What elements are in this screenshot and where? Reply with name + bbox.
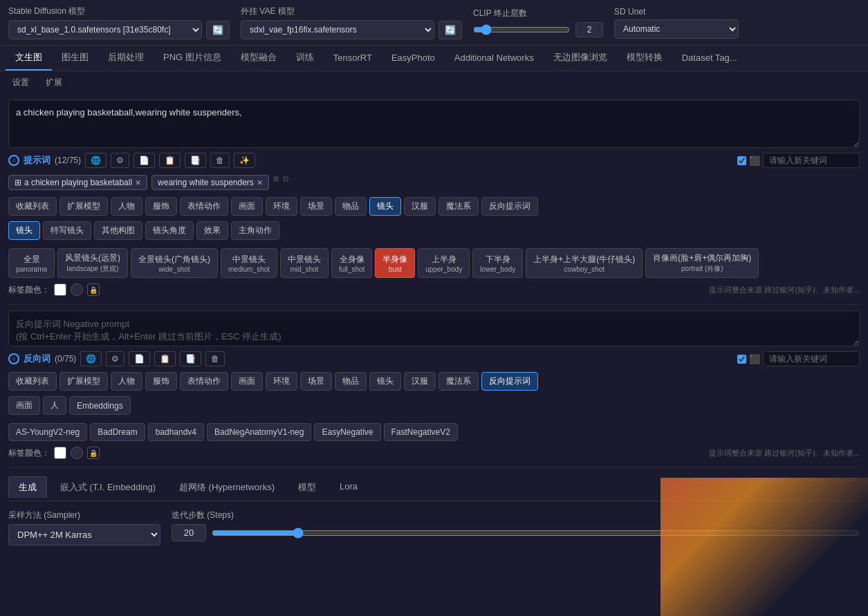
neg-cat-btn-magic[interactable]: 魔法系 [438, 372, 479, 391]
cat-btn-environment[interactable]: 环境 [266, 197, 297, 216]
neg-cat-btn-location[interactable]: 场景 [300, 372, 332, 391]
clip-slider[interactable] [473, 24, 570, 35]
gen-tab-hypernetworks[interactable]: 超网络 (Hypernetworks) [169, 476, 285, 498]
neg-cat-btn-environment[interactable]: 环境 [266, 372, 297, 391]
shot-upper-body[interactable]: 上半身upper_body [418, 248, 470, 278]
cat-btn-lens[interactable]: 镜头 [369, 197, 401, 216]
nav-tab-additional-networks[interactable]: Additional Networks [445, 47, 544, 70]
shot-lower-body[interactable]: 下半身lower_body [472, 248, 523, 278]
neg-subcat-scene[interactable]: 画面 [8, 396, 40, 415]
cat-btn-items[interactable]: 物品 [335, 197, 367, 216]
sampler-select[interactable]: DPM++ 2M Karras [8, 524, 160, 545]
shot-wide[interactable]: 全景镜头(广角镜头)wide_shot [131, 248, 218, 278]
cat-btn-hanfu[interactable]: 汉服 [404, 197, 436, 216]
neg-subcat-person[interactable]: 人 [43, 396, 66, 415]
nav-tab-train[interactable]: 训练 [286, 46, 324, 71]
prompt-extra-btn[interactable]: 📑 [185, 153, 206, 168]
prompt-magic-btn[interactable]: ✨ [234, 153, 255, 168]
neg-color-box-white[interactable] [54, 447, 66, 459]
gen-tab-lora[interactable]: Lora [329, 476, 368, 498]
color-circle[interactable] [71, 283, 83, 296]
nav-tab-img2img[interactable]: 图生图 [52, 46, 98, 71]
sub-tab-settings[interactable]: 设置 [6, 74, 36, 91]
neg-cat-btn-expression[interactable]: 表情动作 [180, 372, 228, 391]
cat-btn-scene[interactable]: 画面 [231, 197, 263, 216]
neg-cat-btn-hanfu[interactable]: 汉服 [404, 372, 436, 391]
cat-btn-clothing[interactable]: 服饰 [145, 197, 177, 216]
prompt-delete-btn[interactable]: 🗑 [210, 153, 230, 168]
steps-value[interactable]: 20 [172, 524, 206, 541]
sd-model-select[interactable]: sd_xl_base_1.0.safetensors [31e35c80fc] [8, 20, 202, 39]
prompt-copy-btn[interactable]: 📄 [133, 153, 155, 168]
color-box-white[interactable] [54, 283, 66, 296]
shot-landscape[interactable]: 风景镜头(远景)landscape (景观) [57, 248, 128, 278]
embedding-baddream[interactable]: BadDream [90, 423, 145, 441]
neg-cat-btn-ext-model[interactable]: 扩展模型 [59, 372, 108, 391]
color-locked[interactable]: 🔒 [87, 283, 100, 296]
neg-cat-btn-items[interactable]: 物品 [335, 372, 367, 391]
subcat-btn-action[interactable]: 主角动作 [231, 221, 279, 240]
neg-prompt-checkbox[interactable] [737, 355, 746, 364]
cat-btn-ext-model[interactable]: 扩展模型 [59, 197, 108, 216]
embedding-badneg[interactable]: BadNegAnatomyV1-neg [207, 423, 311, 441]
shot-bust[interactable]: 半身像bust [375, 248, 415, 278]
prompt-paste-btn[interactable]: 📋 [159, 153, 181, 168]
tag-remove-suspenders[interactable]: ✕ [257, 178, 263, 187]
cat-btn-favorites[interactable]: 收藏列表 [8, 197, 57, 216]
neg-cat-btn-favorites[interactable]: 收藏列表 [8, 372, 57, 391]
neg-prompt-globe-btn[interactable]: 🌐 [80, 351, 102, 366]
neg-prompt-extra-btn[interactable]: 📑 [180, 351, 201, 366]
gen-tab-generate[interactable]: 生成 [8, 476, 47, 498]
vae-model-select[interactable]: sdxl_vae_fp16fix.safetensors [241, 20, 434, 39]
cat-btn-negative[interactable]: 反向提示词 [481, 197, 538, 216]
shot-panorama[interactable]: 全景panorama [8, 248, 55, 278]
neg-prompt-copy-btn[interactable]: 📄 [129, 351, 150, 366]
gen-tab-embedding[interactable]: 嵌入式 (T.I. Embedding) [50, 476, 166, 498]
nav-tab-dataset-tag[interactable]: Dataset Tag... [672, 47, 747, 70]
neg-subcat-embeddings[interactable]: Embeddings [69, 396, 131, 415]
prompt-keyword-input[interactable] [763, 153, 860, 168]
nav-tab-infinite-image[interactable]: 无边图像浏览 [544, 46, 617, 71]
neg-cat-btn-person[interactable]: 人物 [111, 372, 142, 391]
neg-prompt-paste-btn[interactable]: 📋 [154, 351, 176, 366]
positive-prompt-textarea[interactable]: a chicken playing basketaball,wearing wh… [8, 100, 860, 148]
nav-tab-model-convert[interactable]: 模型转换 [617, 46, 672, 71]
nav-tab-easyphoto[interactable]: EasyPhoto [382, 47, 445, 70]
subcat-btn-closeup[interactable]: 特写镜头 [43, 221, 91, 240]
shot-cowboy[interactable]: 上半身+上半大腿(牛仔镜头)cowboy_shot [526, 248, 643, 278]
neg-prompt-delete-btn[interactable]: 🗑 [205, 351, 225, 366]
shot-medium2[interactable]: 中景镜头mid_shot [280, 248, 329, 278]
neg-cat-btn-scene[interactable]: 画面 [231, 372, 263, 391]
subcat-btn-composition[interactable]: 其他构图 [94, 221, 142, 240]
embedding-easyneg[interactable]: EasyNegative [314, 423, 380, 441]
sd-model-refresh-btn[interactable]: 🔄 [206, 21, 230, 39]
neg-color-circle[interactable] [71, 447, 83, 459]
shot-full-body[interactable]: 全身像full_shot [331, 248, 372, 278]
subcat-btn-lens[interactable]: 镜头 [8, 221, 40, 240]
neg-cat-btn-lens[interactable]: 镜头 [369, 372, 401, 391]
sd-unet-select[interactable]: Automatic [614, 19, 739, 39]
clip-value[interactable]: 2 [575, 22, 603, 37]
cat-btn-expression[interactable]: 表情动作 [180, 197, 228, 216]
nav-tab-txt2img[interactable]: 文生图 [6, 46, 52, 71]
prompt-globe-btn[interactable]: 🌐 [85, 153, 107, 168]
cat-btn-location[interactable]: 场景 [300, 197, 332, 216]
nav-tab-tensorrt[interactable]: TensorRT [324, 47, 382, 70]
sub-tab-extensions[interactable]: 扩展 [39, 74, 69, 91]
shot-portrait[interactable]: 肖像画(脸+肩+偶尔再加胸)portrait (肖像) [645, 248, 759, 278]
negative-prompt-textarea[interactable]: 反向提示词 Negative prompt (按 Ctrl+Enter 开始生成… [8, 310, 860, 346]
prompt-settings-btn[interactable]: ⚙ [111, 153, 129, 168]
neg-cat-btn-negative[interactable]: 反向提示词 [481, 372, 538, 391]
neg-prompt-keyword-input[interactable] [763, 351, 860, 366]
cat-btn-magic[interactable]: 魔法系 [438, 197, 479, 216]
subcat-btn-angle[interactable]: 镜头角度 [145, 221, 194, 240]
subcat-btn-effect[interactable]: 效果 [196, 221, 228, 240]
embedding-badhand[interactable]: badhandv4 [148, 423, 204, 441]
cat-btn-person[interactable]: 人物 [111, 197, 142, 216]
neg-cat-btn-clothing[interactable]: 服饰 [145, 372, 177, 391]
embedding-fastneg[interactable]: FastNegativeV2 [384, 423, 458, 441]
gen-tab-model[interactable]: 模型 [288, 476, 326, 498]
neg-prompt-settings-btn[interactable]: ⚙ [106, 351, 124, 366]
shot-medium1[interactable]: 中景镜头medium_shot [221, 248, 277, 278]
embedding-as-young[interactable]: AS-YoungV2-neg [8, 423, 87, 441]
